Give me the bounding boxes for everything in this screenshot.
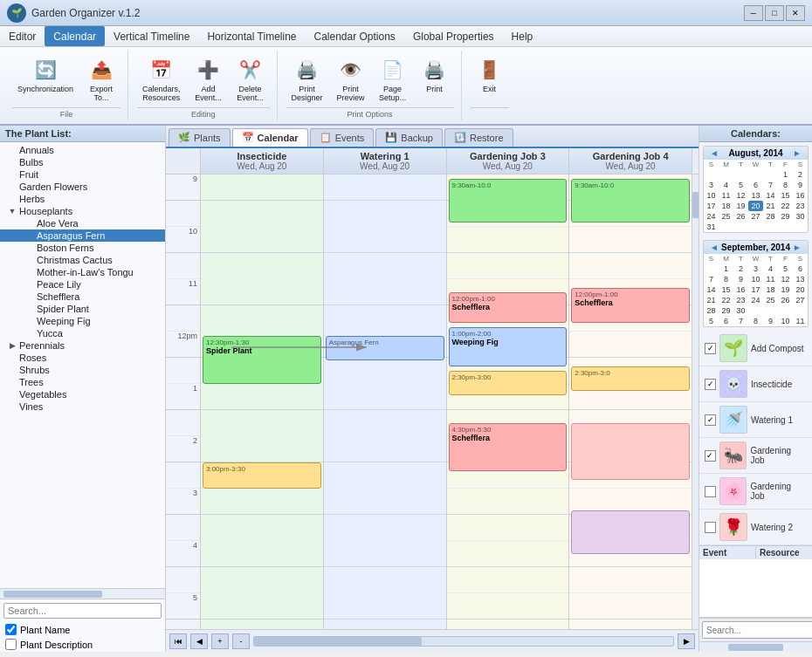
cal-event-8[interactable]: 9:30am-10:0 xyxy=(571,179,690,222)
cal-day-4-0[interactable]: 28 xyxy=(704,305,719,316)
tree-item-vines[interactable]: Vines xyxy=(0,400,165,413)
cal-event-1[interactable]: 3:00pm-3:30 xyxy=(203,462,321,489)
cal-day-2-6[interactable]: 20 xyxy=(793,284,808,295)
cal-day-5-5[interactable]: 10 xyxy=(778,316,793,326)
tree-item-fruit[interactable]: Fruit xyxy=(0,168,165,181)
cal-event-9[interactable]: 12:00pm-1:00Schefflera xyxy=(571,288,690,323)
cal-day-1-0[interactable]: 7 xyxy=(704,274,719,284)
cal-day-3-4[interactable]: 21 xyxy=(763,201,778,211)
cal-day-5-1[interactable]: 6 xyxy=(719,316,733,326)
cal-day-0-3[interactable]: 3 xyxy=(748,263,763,274)
cal-day-0-6[interactable]: 6 xyxy=(793,263,808,274)
vertical-scrollbar[interactable] xyxy=(692,175,698,629)
cal-day-2-3[interactable]: 13 xyxy=(748,190,763,201)
cal-event-11[interactable] xyxy=(571,423,690,480)
cal-day-2-2[interactable]: 12 xyxy=(733,190,748,201)
aug-prev-button[interactable]: ◄ xyxy=(707,148,721,158)
menu-vertical-timeline[interactable]: Vertical Timeline xyxy=(105,26,198,46)
cal-day-1-3[interactable]: 10 xyxy=(748,274,763,284)
cal-item-gardening-job2[interactable]: 🌸Gardening Job xyxy=(699,474,812,510)
cal-day-2-5[interactable]: 19 xyxy=(778,284,793,295)
cal-event-0[interactable]: 12:30pm-1:30Spider Plant xyxy=(203,336,321,384)
cal-day-3-4[interactable]: 25 xyxy=(763,295,778,305)
cal-day-1-4[interactable]: 7 xyxy=(763,180,778,190)
cal-item-insecticide[interactable]: ✓☠️Insecticide xyxy=(699,366,812,402)
cal-checkbox-insecticide[interactable]: ✓ xyxy=(705,379,716,390)
cal-checkbox-gardening-job1[interactable]: ✓ xyxy=(705,450,716,462)
page-setup-button[interactable]: 📄 PageSetup... xyxy=(374,52,412,106)
cal-day-4-4[interactable]: 28 xyxy=(763,211,778,222)
cal-checkbox-watering1[interactable]: ✓ xyxy=(705,414,716,426)
tab-restore[interactable]: 🔃 Restore xyxy=(444,128,513,147)
left-search-input[interactable] xyxy=(3,603,162,619)
tree-item-yucca[interactable]: Yucca xyxy=(0,327,165,339)
menu-editor[interactable]: Editor xyxy=(0,26,45,46)
cal-event-5[interactable]: 1:00pm-2:00Weeping Fig xyxy=(449,327,568,366)
cal-day-1-6[interactable]: 13 xyxy=(793,274,808,284)
tree-toggle-houseplants[interactable]: ▼ xyxy=(7,206,17,216)
cal-day-3-1[interactable]: 22 xyxy=(719,295,733,305)
prev-button[interactable]: ◀ xyxy=(190,633,208,649)
cal-day-1-1[interactable]: 4 xyxy=(719,180,733,190)
cal-day-1-2[interactable]: 9 xyxy=(733,274,748,284)
cal-event-4[interactable]: 12:00pm-1:00Schefflera xyxy=(449,292,568,323)
right-search-input[interactable] xyxy=(702,621,812,639)
add-event-button[interactable]: ➕ AddEvent... xyxy=(189,52,228,106)
cal-day-0-2[interactable]: 2 xyxy=(733,263,748,274)
cal-event-2[interactable]: Asparagus Fern xyxy=(326,336,444,360)
cal-day-5-2[interactable]: 7 xyxy=(733,316,748,326)
next-button[interactable]: ▶ xyxy=(678,633,695,649)
cal-day-2-0[interactable]: 14 xyxy=(704,284,719,295)
cal-day-4-0[interactable]: 24 xyxy=(704,211,719,222)
remove-col-button[interactable]: - xyxy=(232,633,250,649)
cal-event-6[interactable]: 2:30pm-3:00 xyxy=(449,371,568,395)
print-designer-button[interactable]: 🖨️ PrintDesigner xyxy=(286,52,328,106)
tab-backup[interactable]: 💾 Backup xyxy=(375,128,443,147)
cal-checkbox-watering2[interactable] xyxy=(705,522,716,533)
cal-day-3-6[interactable]: 27 xyxy=(793,295,808,305)
menu-calendar[interactable]: Calendar xyxy=(45,26,105,46)
cal-day-4-1[interactable]: 29 xyxy=(719,305,733,316)
cal-day-1-2[interactable]: 5 xyxy=(733,180,748,190)
cal-day-3-1[interactable]: 18 xyxy=(719,201,733,211)
cal-event-7[interactable]: 4:30pm-5:30Schefflera xyxy=(449,423,568,471)
right-panel-scrollbar[interactable] xyxy=(699,641,812,652)
cal-day-2-1[interactable]: 15 xyxy=(719,284,733,295)
cal-event-10[interactable]: 2:30pm-3:0 xyxy=(571,366,690,391)
cal-checkbox-gardening-job2[interactable] xyxy=(705,486,716,497)
tree-item-perennials[interactable]: ▶Perennials xyxy=(0,339,165,352)
horizontal-scrollbar[interactable] xyxy=(253,636,674,647)
minimize-button[interactable]: ─ xyxy=(744,5,763,21)
cal-day-3-2[interactable]: 19 xyxy=(733,201,748,211)
close-button[interactable]: ✕ xyxy=(786,5,805,21)
tree-item-schefflera[interactable]: Schefflera xyxy=(0,291,165,303)
cal-day-1-5[interactable]: 8 xyxy=(778,180,793,190)
menu-horizontal-timeline[interactable]: Horizontal Timeline xyxy=(198,26,305,46)
print-button[interactable]: 🖨️ Print xyxy=(416,52,454,97)
cal-day-3-0[interactable]: 21 xyxy=(704,295,719,305)
cal-day-5-0[interactable]: 31 xyxy=(704,222,719,232)
cal-day-0-5[interactable]: 1 xyxy=(778,169,793,180)
cal-event-3[interactable]: 9:30am-10:0 xyxy=(449,179,568,222)
tree-item-christmas-cactus[interactable]: Christmas Cactus xyxy=(0,254,165,266)
cal-day-3-5[interactable]: 26 xyxy=(778,295,793,305)
cal-day-4-6[interactable]: 30 xyxy=(793,211,808,222)
restore-button[interactable]: □ xyxy=(765,5,784,21)
cal-day-5-0[interactable]: 5 xyxy=(704,316,719,326)
cal-day-5-6[interactable]: 11 xyxy=(793,316,808,326)
tree-item-trees[interactable]: Trees xyxy=(0,376,165,388)
cal-day-4-1[interactable]: 25 xyxy=(719,211,733,222)
cal-day-3-5[interactable]: 22 xyxy=(778,201,793,211)
cal-day-0-1[interactable]: 1 xyxy=(719,263,733,274)
exit-button[interactable]: 🚪 Exit xyxy=(471,52,509,97)
tree-item-boston-ferns[interactable]: Boston Ferns xyxy=(0,242,165,254)
cal-day-1-0[interactable]: 3 xyxy=(704,180,719,190)
cal-day-0-4[interactable]: 4 xyxy=(763,263,778,274)
cal-day-5-3[interactable]: 8 xyxy=(748,316,763,326)
tree-item-asparagus-fern[interactable]: Asparagus Fern xyxy=(0,229,165,242)
cal-checkbox-add-compost[interactable]: ✓ xyxy=(705,343,716,354)
cal-day-1-3[interactable]: 6 xyxy=(748,180,763,190)
cal-day-2-6[interactable]: 16 xyxy=(793,190,808,201)
tree-item-herbs[interactable]: Herbs xyxy=(0,193,165,205)
cal-day-0-5[interactable]: 5 xyxy=(778,263,793,274)
